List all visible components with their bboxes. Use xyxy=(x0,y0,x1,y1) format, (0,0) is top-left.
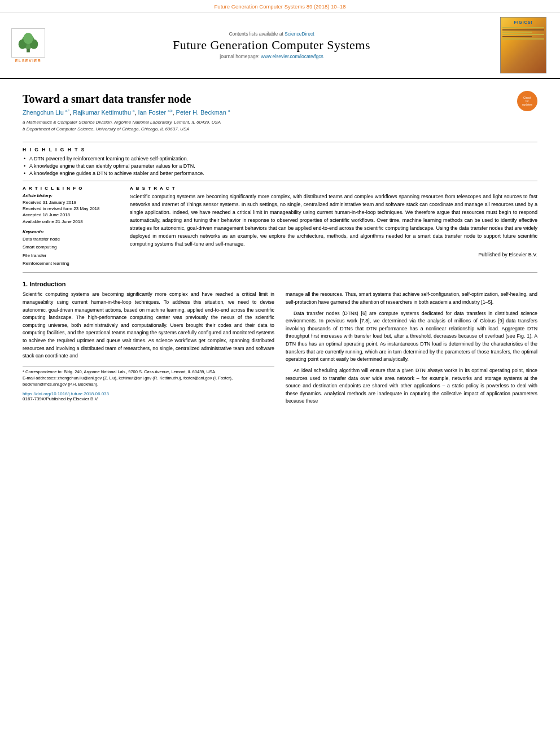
highlights-label: H I G H L I G H T S xyxy=(23,147,537,152)
author-zhengchun: Zhengchun Liu a,* xyxy=(23,109,69,116)
cover-decoration xyxy=(502,27,544,41)
author-ian: Ian Foster a,b xyxy=(138,109,173,116)
accepted-date: Accepted 18 June 2018 xyxy=(23,212,119,218)
highlight-item-3: A knowledge engine guides a DTN to achie… xyxy=(23,171,537,176)
elsevier-logo: ELSEVIER xyxy=(11,28,45,63)
intro-col1: Scientific computing systems are becomin… xyxy=(23,291,274,409)
intro-para-col2-2: Data transfer nodes (DTNs) [6] are compu… xyxy=(286,310,537,364)
affiliation-a: a Mathematics & Computer Science Divisio… xyxy=(23,119,230,126)
keyword-1: Data transfer node xyxy=(23,235,119,243)
doi-url: https://doi.org/10.1016/j.future.2018.06… xyxy=(23,391,274,396)
sciencedirect-link[interactable]: ScienceDirect xyxy=(285,31,314,37)
highlights-section: H I G H L I G H T S A DTN powered by rei… xyxy=(23,147,537,176)
journal-title: Future Generation Computer Systems xyxy=(45,38,498,53)
article-info-label: A R T I C L E I N F O xyxy=(23,186,119,191)
intro-col2-text: manage all the resources. Thus, smart sy… xyxy=(286,291,537,405)
elsevier-logo-image xyxy=(11,28,45,58)
footnote-correspondence: * Correspondence to: Bldg. 240, Argonne … xyxy=(23,369,274,375)
author-rajkumar: Rajkumar Kettimuthu a xyxy=(73,109,134,116)
cover-title: FIGiCS! xyxy=(514,20,533,25)
journal-title-block: Contents lists available at ScienceDirec… xyxy=(45,31,498,59)
page: Future Generation Computer Systems 89 (2… xyxy=(0,0,560,747)
article-info-col: A R T I C L E I N F O Article history: R… xyxy=(23,186,119,268)
cover-line-6 xyxy=(502,38,544,40)
keywords-list: Data transfer node Smart computing File … xyxy=(23,235,119,268)
abstract-text: Scientific computing systems are becomin… xyxy=(130,193,537,248)
revised-date: Received in revised form 23 May 2018 xyxy=(23,206,119,212)
cover-line-5 xyxy=(502,36,532,37)
footnote-email: E-mail addresses: zhengchun.liu@anl.gov … xyxy=(23,375,274,388)
available-date: Available online 21 June 2018 xyxy=(23,219,119,225)
journal-homepage: journal homepage: www.elsevier.com/locat… xyxy=(45,54,498,59)
intro-para-col2-3: An ideal scheduling algorithm will ensur… xyxy=(286,367,537,405)
journal-header: ELSEVIER Contents lists available at Sci… xyxy=(0,12,560,79)
intro-col1-text: Scientific computing systems are becomin… xyxy=(23,291,274,360)
article-title: Toward a smart data transfer node xyxy=(23,93,537,106)
intro-para-1: Scientific computing systems are becomin… xyxy=(23,291,274,360)
highlight-item-1: A DTN powered by reinforcement learning … xyxy=(23,156,537,161)
footnote-section: * Correspondence to: Bldg. 240, Argonne … xyxy=(23,366,274,388)
doi-section: https://doi.org/10.1016/j.future.2018.06… xyxy=(23,391,274,401)
svg-point-4 xyxy=(23,33,33,44)
header-left: ELSEVIER xyxy=(11,28,45,63)
abstract-col: A B S T R A C T Scientific computing sys… xyxy=(130,186,537,268)
authors-line: Zhengchun Liu a,*, Rajkumar Kettimuthu a… xyxy=(23,109,230,116)
keyword-2: Smart computing xyxy=(23,243,119,251)
journal-reference-link[interactable]: Future Generation Computer Systems 89 (2… xyxy=(215,3,346,10)
affiliations: a Mathematics & Computer Science Divisio… xyxy=(23,119,230,133)
doi-issn: 0167-739X/Published by Elsevier B.V. xyxy=(23,396,274,401)
contents-line: Contents lists available at ScienceDirec… xyxy=(45,31,498,37)
journal-reference-bar: Future Generation Computer Systems 89 (2… xyxy=(0,0,560,12)
keywords-label: Keywords: xyxy=(23,229,119,234)
affiliation-b: b Department of Computer Science, Univer… xyxy=(23,126,230,133)
journal-cover-image: FIGiCS! xyxy=(500,17,546,73)
keyword-3: File transfer xyxy=(23,252,119,260)
check-for-updates-badge: Checkforupdates xyxy=(517,91,537,111)
elsevier-tree-icon xyxy=(16,33,41,53)
cover-line-2 xyxy=(502,29,544,30)
received-date: Received 31 January 2018 xyxy=(23,199,119,206)
cover-image-block: FIGiCS! xyxy=(498,17,549,73)
published-line: Published by Elsevier B.V. xyxy=(130,252,537,257)
intro-heading: 1. Introduction xyxy=(23,281,537,287)
intro-body-cols: Scientific computing systems are becomin… xyxy=(23,291,537,409)
cover-line-3 xyxy=(502,32,532,33)
check-inner-text: Checkforupdates xyxy=(522,96,532,106)
journal-homepage-link[interactable]: www.elsevier.com/locate/fgcs xyxy=(261,54,323,59)
introduction-section: 1. Introduction Scientific computing sys… xyxy=(23,281,537,409)
main-content: Toward a smart data transfer node Zhengc… xyxy=(0,79,560,414)
cover-line-4 xyxy=(502,34,544,35)
article-history-label: Article history: xyxy=(23,193,119,198)
divider-after-highlights xyxy=(23,181,537,181)
elsevier-brand-text: ELSEVIER xyxy=(15,59,42,63)
author-peter: Peter H. Beckman a xyxy=(176,109,230,116)
abstract-label: A B S T R A C T xyxy=(130,186,537,191)
divider-after-authors xyxy=(23,142,537,142)
highlight-item-2: A knowledge engine that can identify opt… xyxy=(23,163,537,169)
intro-col2: manage all the resources. Thus, smart sy… xyxy=(286,291,537,409)
intro-para-col2-1: manage all the resources. Thus, smart sy… xyxy=(286,291,537,306)
article-info-abstract: A R T I C L E I N F O Article history: R… xyxy=(23,186,537,268)
keyword-4: Reinforcement learning xyxy=(23,260,119,268)
divider-before-intro xyxy=(23,272,537,273)
highlights-list: A DTN powered by reinforcement learning … xyxy=(23,156,537,176)
cover-line-1 xyxy=(502,27,544,28)
